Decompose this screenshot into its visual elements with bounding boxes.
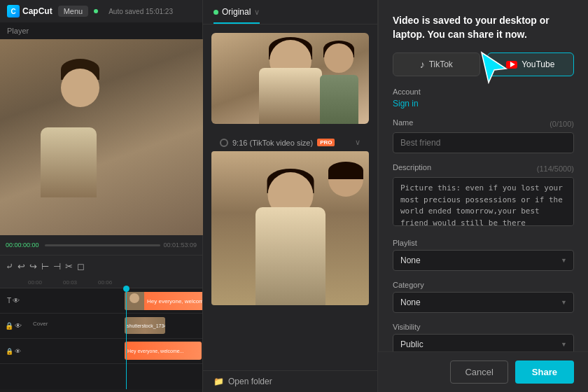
timeline-area: 00:00 00:03 00:06 T 👁 Hey everyone, welc… [0, 277, 202, 389]
tab-original[interactable]: Original ∨ [214, 7, 260, 24]
playlist-label: Playlist [393, 239, 574, 247]
track-1-eye: 👁 [13, 297, 20, 304]
shape-icon[interactable]: ◻ [77, 261, 85, 272]
audio-clip[interactable]: Hey everyone, welcome... [125, 342, 202, 360]
track-1-lock: T [7, 297, 11, 304]
track-1-clips: Hey everyone, welcome... Hey ev... [27, 288, 202, 313]
tiktok-button[interactable]: ♪ TikTok [393, 52, 480, 76]
time-total: 00:01:53:09 [163, 241, 197, 248]
preview-panel: Original ∨ 9:16 (TikTok video size) PRO … [203, 0, 378, 392]
preview-card-916: 9:16 (TikTok video size) PRO ∨ [211, 132, 369, 305]
cut-icon[interactable]: ✂ [65, 261, 73, 272]
preview-body-1 [259, 68, 322, 124]
toolbar: ⤶ ↩ ↪ ⊢ ⊣ ✂ ◻ [0, 255, 202, 277]
progress-bar[interactable] [45, 244, 161, 246]
sign-in-link[interactable]: Sign in [393, 99, 574, 108]
clip-1-label: Hey everyone, welcome... [144, 298, 202, 304]
editor-panel: C CapCut Menu Auto saved 15:01:23 Player… [0, 0, 203, 392]
preview-img-original [211, 33, 369, 124]
track-row-1: T 👁 Hey everyone, welcome... Hey ev... [0, 288, 202, 314]
tall-body-1 [255, 207, 326, 305]
timeline-controls: 00:00:00:00 00:01:53:09 [0, 235, 202, 255]
clip-thumb-1 [125, 292, 144, 310]
ruler-mark-1: 00:03 [63, 279, 77, 286]
preview-body-2 [320, 75, 358, 124]
share-button[interactable]: Share [515, 360, 574, 384]
open-folder-label: Open folder [228, 377, 272, 386]
preview-tabs: Original ∨ [203, 0, 377, 24]
category-select-wrapper: None [393, 292, 574, 313]
tiktok-label: TikTok [429, 59, 453, 69]
redo-icon[interactable]: ↪ [29, 261, 37, 272]
cover-clip[interactable]: shutterstock_173464... [125, 317, 165, 334]
split-icon[interactable]: ⊢ [41, 261, 49, 272]
undo-icon[interactable]: ↩ [18, 261, 25, 272]
select-tool-icon[interactable]: ⤶ [6, 261, 13, 272]
menu-button[interactable]: Menu [58, 6, 89, 17]
figure-body [41, 127, 97, 197]
timeline-ruler: 00:00 00:03 00:06 [0, 277, 202, 288]
tab-original-dot [214, 10, 218, 15]
preview-face-2 [324, 43, 354, 73]
playlist-select-wrapper: None [393, 250, 574, 271]
tall-person-2 [328, 162, 363, 197]
category-select[interactable]: None [393, 292, 574, 313]
share-panel: Video is saved to your desktop or laptop… [378, 0, 588, 392]
preview-tall-img [211, 151, 369, 305]
status-dot [94, 9, 98, 13]
track-3-eye: 👁 [15, 348, 21, 355]
account-label: Account [393, 88, 574, 96]
description-label: Description [393, 163, 431, 172]
name-label: Name [393, 118, 413, 127]
track-3-clips: Hey everyone, welcome... [27, 339, 202, 363]
category-field-group: Category None [393, 281, 574, 313]
audio-clip-label: Hey everyone, welcome... [125, 349, 187, 354]
visibility-label: Visibility [393, 323, 574, 331]
cancel-button[interactable]: Cancel [450, 360, 507, 384]
name-field-group: Name (0/100) [393, 118, 574, 153]
capcut-logo: C CapCut [7, 5, 52, 18]
tall-hair-2 [328, 162, 363, 179]
category-label: Category [393, 281, 574, 289]
trim-icon[interactable]: ⊣ [53, 261, 61, 272]
figure-face [61, 69, 99, 107]
account-field: Account Sign in [393, 88, 574, 108]
name-counter: (0/100) [550, 120, 574, 128]
track-2-icons: 🔒 👁 [0, 322, 27, 330]
track-row-2: 🔒 👁 Cover shutterstock_173464... [0, 314, 202, 339]
track-3-icon: 🔒 [6, 348, 13, 355]
tab-original-label: Original [222, 7, 251, 17]
playlist-select[interactable]: None [393, 250, 574, 271]
player-image [0, 39, 203, 235]
time-current: 00:00:00:00 [6, 241, 39, 248]
tab-original-arrow: ∨ [254, 8, 260, 17]
clip-video-1[interactable]: Hey everyone, welcome... [125, 292, 202, 310]
autosave-text: Auto saved 15:01:23 [108, 8, 173, 15]
playhead[interactable] [126, 288, 127, 389]
format-916-label: 9:16 (TikTok video size) [232, 139, 313, 147]
cover-clip-label: shutterstock_173464... [125, 323, 165, 328]
visibility-field-group: Visibility Public Private Unlisted [393, 323, 574, 355]
share-title: Video is saved to your desktop or laptop… [393, 14, 574, 41]
radio-916[interactable] [220, 139, 228, 147]
name-input[interactable] [393, 132, 574, 153]
track-row-3: 🔒 👁 Hey everyone, welcome... [0, 339, 202, 364]
platform-buttons: ♪ TikTok YouTube [393, 52, 574, 76]
ruler-mark-0: 00:00 [28, 279, 42, 286]
thumb-face-1 [130, 293, 139, 303]
preview-person-2 [320, 33, 358, 124]
description-counter: (114/5000) [537, 164, 574, 173]
cover-label: Cover [30, 319, 50, 328]
capcut-logo-icon: C [7, 5, 20, 18]
track-2-eye: 👁 [15, 322, 22, 330]
pro-badge: PRO [317, 139, 335, 146]
description-field-header: Description (114/5000) [393, 163, 574, 174]
preview-card-original [211, 33, 369, 124]
youtube-button[interactable]: YouTube [487, 52, 575, 76]
description-textarea[interactable]: Picture this: even if you lost your most… [393, 177, 574, 226]
youtube-icon [506, 61, 517, 69]
name-field-header: Name (0/100) [393, 118, 574, 130]
app-name: CapCut [22, 6, 52, 16]
preview-format-label: 9:16 (TikTok video size) PRO ∨ [211, 132, 369, 151]
open-folder-button[interactable]: 📁 Open folder [203, 370, 377, 392]
